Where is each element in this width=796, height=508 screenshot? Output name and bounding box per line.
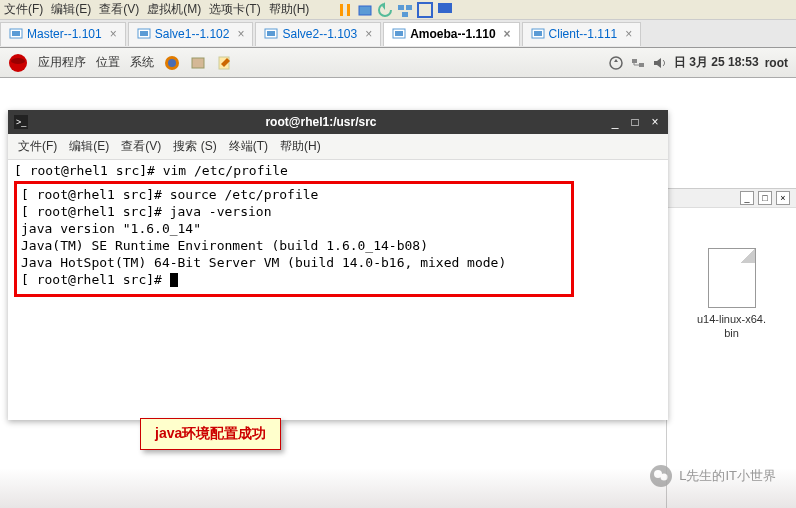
menu-vm[interactable]: 虚拟机(M): [147, 1, 201, 18]
menu-help[interactable]: 帮助(H): [269, 1, 310, 18]
svg-rect-2: [359, 6, 371, 15]
close-icon[interactable]: ×: [110, 27, 117, 41]
svg-rect-0: [340, 4, 343, 16]
clock[interactable]: 日 3月 25 18:53: [674, 54, 759, 71]
menu-view[interactable]: 查看(V): [99, 1, 139, 18]
svg-rect-4: [406, 5, 412, 10]
menu-file[interactable]: 文件(F): [4, 1, 43, 18]
tab-client[interactable]: Client--1.111 ×: [522, 22, 642, 46]
svg-rect-9: [12, 31, 20, 36]
gnome-panel: 应用程序 位置 系统 日 3月 25 18:53 root: [0, 48, 796, 78]
firefox-icon[interactable]: [164, 55, 180, 71]
pause-icon[interactable]: [337, 2, 353, 18]
svg-point-19: [11, 58, 25, 64]
file-icon: [708, 248, 756, 308]
terminal-body[interactable]: [ root@rhel1 src]# vim /etc/profile [ ro…: [8, 160, 668, 420]
system-menu[interactable]: 系统: [130, 54, 154, 71]
minimize-button[interactable]: _: [740, 191, 754, 205]
tab-label: Salve2--1.103: [282, 27, 357, 41]
term-menu-terminal[interactable]: 终端(T): [229, 138, 268, 155]
svg-rect-22: [192, 58, 204, 68]
apps-menu[interactable]: 应用程序: [38, 54, 86, 71]
tab-label: Salve1--1.102: [155, 27, 230, 41]
manage-icon[interactable]: [397, 2, 413, 18]
close-icon[interactable]: ×: [625, 27, 632, 41]
terminal-line: Java HotSpot(TM) 64-Bit Server VM (build…: [21, 254, 567, 271]
terminal-line: Java(TM) SE Runtime Environment (build 1…: [21, 237, 567, 254]
maximize-button[interactable]: □: [758, 191, 772, 205]
vm-tab-icon: [392, 27, 406, 41]
annotation-callout: java环境配置成功: [140, 418, 281, 450]
redhat-icon[interactable]: [8, 53, 28, 73]
vm-tab-icon: [137, 27, 151, 41]
wechat-icon: [649, 464, 673, 488]
svg-text:>_: >_: [16, 117, 27, 127]
places-menu[interactable]: 位置: [96, 54, 120, 71]
vm-tab-icon: [264, 27, 278, 41]
tab-label: Master--1.101: [27, 27, 102, 41]
svg-rect-3: [398, 5, 404, 10]
terminal-line: [ root@rhel1 src]# vim /etc/profile: [14, 162, 662, 179]
term-menu-search[interactable]: 搜索 (S): [173, 138, 216, 155]
menu-tabs[interactable]: 选项卡(T): [209, 1, 260, 18]
update-icon[interactable]: [608, 55, 624, 71]
tab-salve1[interactable]: Salve1--1.102 ×: [128, 22, 254, 46]
volume-icon[interactable]: [652, 55, 668, 71]
cursor: [170, 273, 178, 287]
menu-edit[interactable]: 编辑(E): [51, 1, 91, 18]
terminal-line: [ root@rhel1 src]# java -version: [21, 203, 567, 220]
terminal-window: >_ root@rhel1:/usr/src _ □ × 文件(F) 编辑(E)…: [8, 110, 668, 420]
terminal-menu: 文件(F) 编辑(E) 查看(V) 搜索 (S) 终端(T) 帮助(H): [8, 134, 668, 160]
window-title: root@rhel1:/usr/src: [34, 115, 608, 129]
tabs-bar: Master--1.101 × Salve1--1.102 × Salve2--…: [0, 20, 796, 48]
side-titlebar: _ □ ×: [667, 189, 796, 208]
terminal-prompt: [ root@rhel1 src]#: [21, 271, 567, 288]
maximize-button[interactable]: □: [628, 115, 642, 129]
close-icon[interactable]: ×: [504, 27, 511, 41]
svg-rect-15: [395, 31, 403, 36]
nautilus-icon[interactable]: [190, 55, 206, 71]
terminal-line: java version "1.6.0_14": [21, 220, 567, 237]
user-label[interactable]: root: [765, 56, 788, 70]
revert-icon[interactable]: [377, 2, 393, 18]
unity-icon[interactable]: [437, 2, 453, 18]
term-menu-view[interactable]: 查看(V): [121, 138, 161, 155]
snapshot-icon[interactable]: [357, 2, 373, 18]
svg-rect-1: [347, 4, 350, 16]
svg-rect-13: [267, 31, 275, 36]
svg-rect-6: [418, 3, 432, 17]
watermark: L先生的IT小世界: [649, 464, 776, 488]
terminal-line: [ root@rhel1 src]# source /etc/profile: [21, 186, 567, 203]
svg-rect-25: [632, 59, 637, 63]
close-button[interactable]: ×: [776, 191, 790, 205]
terminal-titlebar[interactable]: >_ root@rhel1:/usr/src _ □ ×: [8, 110, 668, 134]
gedit-icon[interactable]: [216, 55, 232, 71]
desktop-area: _ □ × u14-linux-x64. bin >_ root@rhel1:/…: [0, 78, 796, 508]
tab-amoeba[interactable]: Amoeba--1.110 ×: [383, 22, 519, 46]
watermark-text: L先生的IT小世界: [679, 467, 776, 485]
svg-rect-7: [438, 3, 452, 13]
file-manager-window: _ □ × u14-linux-x64. bin: [666, 188, 796, 508]
network-icon[interactable]: [630, 55, 646, 71]
close-icon[interactable]: ×: [365, 27, 372, 41]
tab-salve2[interactable]: Salve2--1.103 ×: [255, 22, 381, 46]
minimize-button[interactable]: _: [608, 115, 622, 129]
vm-toolbar: [337, 2, 453, 18]
highlight-box: [ root@rhel1 src]# source /etc/profile […: [14, 181, 574, 297]
svg-rect-17: [534, 31, 542, 36]
system-tray: 日 3月 25 18:53 root: [608, 54, 788, 71]
tab-label: Client--1.111: [549, 27, 618, 41]
svg-point-24: [610, 57, 622, 69]
fullscreen-icon[interactable]: [417, 2, 433, 18]
term-menu-help[interactable]: 帮助(H): [280, 138, 321, 155]
term-menu-file[interactable]: 文件(F): [18, 138, 57, 155]
tab-label: Amoeba--1.110: [410, 27, 495, 41]
close-icon[interactable]: ×: [237, 27, 244, 41]
svg-point-21: [168, 59, 176, 67]
file-item[interactable]: u14-linux-x64. bin: [682, 248, 782, 340]
svg-rect-5: [402, 12, 408, 17]
vm-menu-bar: 文件(F) 编辑(E) 查看(V) 虚拟机(M) 选项卡(T) 帮助(H): [0, 0, 796, 20]
tab-master[interactable]: Master--1.101 ×: [0, 22, 126, 46]
close-button[interactable]: ×: [648, 115, 662, 129]
term-menu-edit[interactable]: 编辑(E): [69, 138, 109, 155]
